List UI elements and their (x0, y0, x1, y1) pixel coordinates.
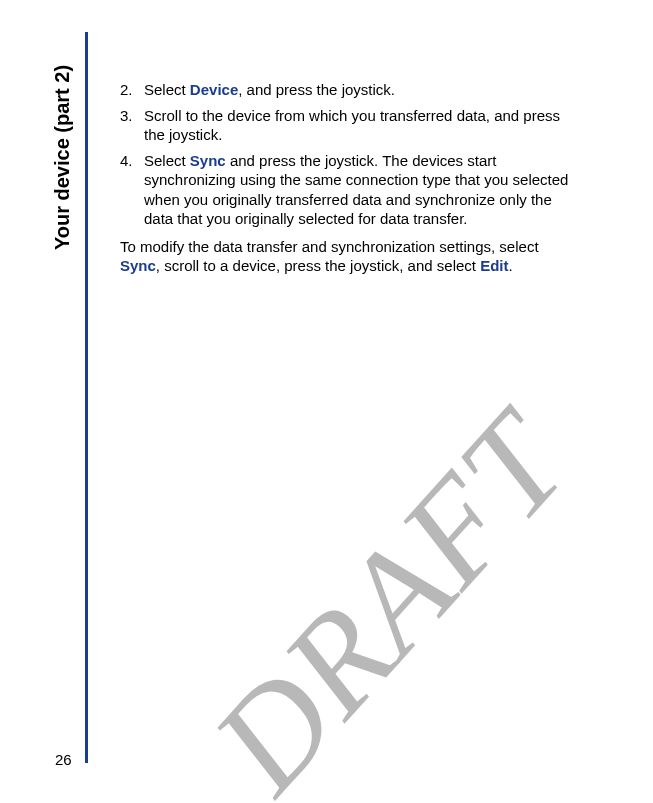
list-item: 4. Select Sync and press the joystick. T… (120, 151, 603, 229)
content-area: 2. Select Device, and press the joystick… (120, 80, 603, 276)
side-border (85, 32, 88, 763)
document-page: Your device (part 2) 2. Select Device, a… (0, 0, 653, 803)
list-text: Scroll to the device from which you tran… (144, 106, 603, 145)
para-text: , scroll to a device, press the joystick… (156, 257, 480, 274)
list-number: 4. (120, 151, 144, 229)
list-item: 3. Scroll to the device from which you t… (120, 106, 603, 145)
watermark: DRAFT (181, 383, 599, 803)
para-text: . (509, 257, 513, 274)
highlight-device: Device (190, 81, 238, 98)
list-text: Select Sync and press the joystick. The … (144, 151, 603, 229)
text-before: Select (144, 152, 190, 169)
page-number: 26 (55, 751, 72, 768)
highlight-sync: Sync (190, 152, 226, 169)
list-item: 2. Select Device, and press the joystick… (120, 80, 603, 100)
paragraph: To modify the data transfer and synchron… (120, 237, 603, 276)
section-title: Your device (part 2) (52, 64, 75, 249)
para-text: To modify the data transfer and synchron… (120, 238, 539, 255)
highlight-sync: Sync (120, 257, 156, 274)
list-text: Select Device, and press the joystick. (144, 80, 603, 100)
text-before: Scroll to the device from which you tran… (144, 107, 560, 144)
text-after: , and press the joystick. (238, 81, 395, 98)
section-title-container: Your device (part 2) (48, 32, 78, 282)
list-number: 2. (120, 80, 144, 100)
text-before: Select (144, 81, 190, 98)
list-number: 3. (120, 106, 144, 145)
highlight-edit: Edit (480, 257, 508, 274)
